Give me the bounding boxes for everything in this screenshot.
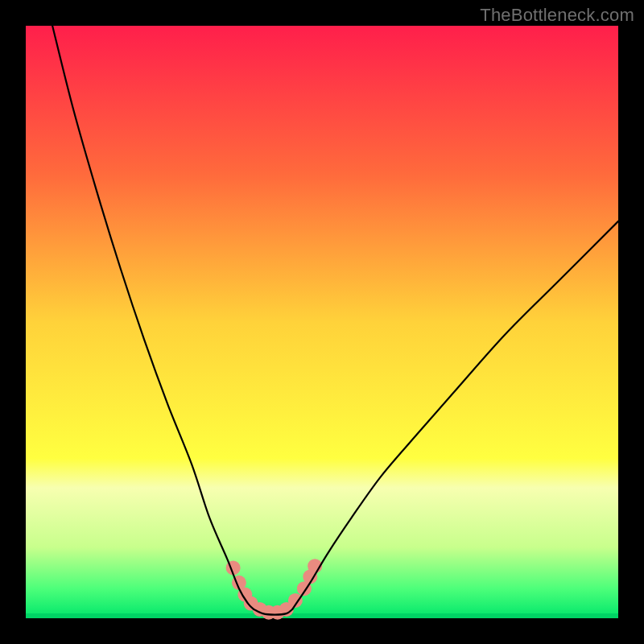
- chart-plot: [0, 0, 644, 644]
- chart-container: TheBottleneck.com: [0, 0, 644, 644]
- baseline-strip: [26, 613, 618, 618]
- plot-background: [26, 26, 618, 618]
- watermark-text: TheBottleneck.com: [480, 5, 634, 26]
